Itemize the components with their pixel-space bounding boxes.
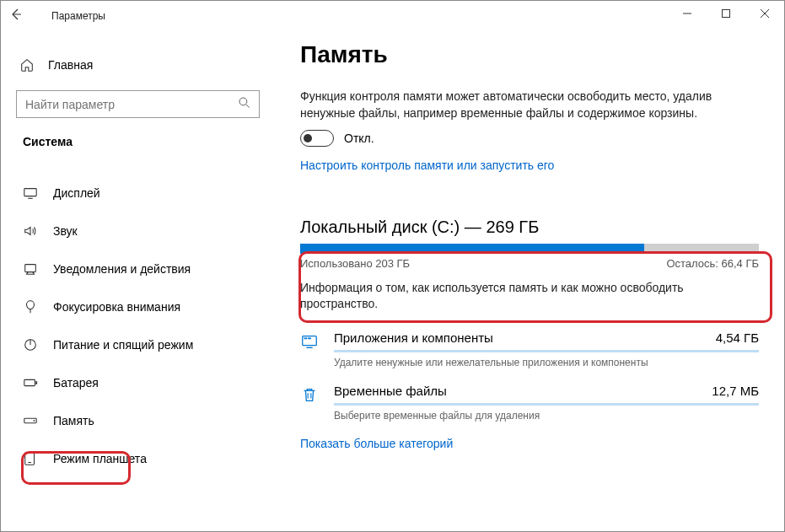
svg-rect-6 [24,188,36,196]
storage-sense-toggle[interactable] [300,130,334,147]
battery-icon [23,375,38,390]
search-icon [238,96,251,112]
sidebar-item-label: Питание и спящий режим [53,338,193,352]
home-nav[interactable]: Главная [11,48,265,82]
search-input[interactable] [16,90,260,118]
display-icon [23,185,38,201]
svg-rect-16 [25,452,35,464]
category-sub: Выберите временные файлы для удаления [334,410,759,422]
close-button[interactable] [745,1,784,26]
disk-used-label: Использовано 203 ГБ [300,257,410,270]
section-label: Система [23,135,265,148]
svg-point-4 [239,98,247,105]
category-title: Приложения и компоненты [334,330,493,345]
svg-rect-21 [308,337,311,339]
sidebar-item-focus[interactable]: Фокусировка внимания [11,287,265,325]
svg-rect-1 [723,10,730,18]
svg-rect-20 [304,337,308,339]
focus-icon [23,299,38,314]
main-content: Память Функция контроля памяти может авт… [275,31,784,531]
category-sub: Удалите ненужные или нежелательные прило… [334,357,759,368]
svg-rect-8 [25,264,36,271]
maximize-button[interactable] [707,1,745,26]
configure-link[interactable]: Настроить контроль памяти или запустить … [300,159,759,172]
sidebar-item-storage[interactable]: Память [11,401,265,439]
page-title: Память [300,41,759,68]
disk-usage-bar [300,244,759,254]
sidebar-item-notifications[interactable]: Уведомления и действия [11,250,265,287]
svg-rect-13 [35,381,37,384]
category-size: 12,7 МБ [712,384,759,398]
sidebar-item-power[interactable]: Питание и спящий режим [11,325,265,363]
trash-icon [300,385,319,404]
sidebar-item-label: Уведомления и действия [53,262,191,276]
sidebar-item-label: Память [53,414,94,427]
power-icon [23,337,38,352]
back-button[interactable] [9,8,35,24]
disk-free-label: Осталось: 66,4 ГБ [666,257,759,270]
storage-icon [23,413,38,428]
sidebar-item-label: Батарея [53,376,99,390]
window-title: Параметры [35,10,105,22]
sidebar-item-label: Звук [53,224,78,238]
sidebar-item-battery[interactable]: Батарея [11,363,265,401]
svg-line-5 [246,105,250,108]
sidebar-item-label: Дисплей [53,186,100,200]
category-apps[interactable]: Приложения и компоненты 4,54 ГБ Удалите … [300,325,759,379]
sidebar-item-label: Фокусировка внимания [53,300,180,314]
category-bar [334,403,759,406]
minimize-button[interactable] [668,1,707,26]
home-icon [19,57,35,73]
sidebar-item-sound[interactable]: Звук [11,212,265,250]
sidebar-item-display[interactable]: Дисплей [11,174,265,212]
notifications-icon [23,261,38,277]
disk-info: Информация о том, как используется памят… [300,280,696,312]
category-title: Временные файлы [334,384,447,398]
svg-rect-18 [303,336,317,346]
search-box[interactable] [16,90,260,118]
svg-rect-12 [24,379,35,385]
sidebar: Главная Система Дисплей Звук Уведомления… [1,31,275,531]
home-label: Главная [48,58,93,72]
show-more-link[interactable]: Показать больше категорий [300,437,759,450]
sound-icon [23,223,38,239]
apps-icon [300,332,319,351]
sidebar-item-label: Режим планшета [53,452,147,465]
toggle-label: Откл. [344,132,374,145]
category-bar [334,350,759,352]
disk-title: Локальный диск (C:) — 269 ГБ [300,218,759,237]
tablet-icon [23,451,38,466]
sidebar-item-tablet[interactable]: Режим планшета [11,439,265,477]
storage-sense-description: Функция контроля памяти может автоматиче… [300,89,730,121]
category-size: 4,54 ГБ [716,330,759,345]
category-temp[interactable]: Временные файлы 12,7 МБ Выберите временн… [300,379,759,432]
svg-point-15 [34,420,35,422]
